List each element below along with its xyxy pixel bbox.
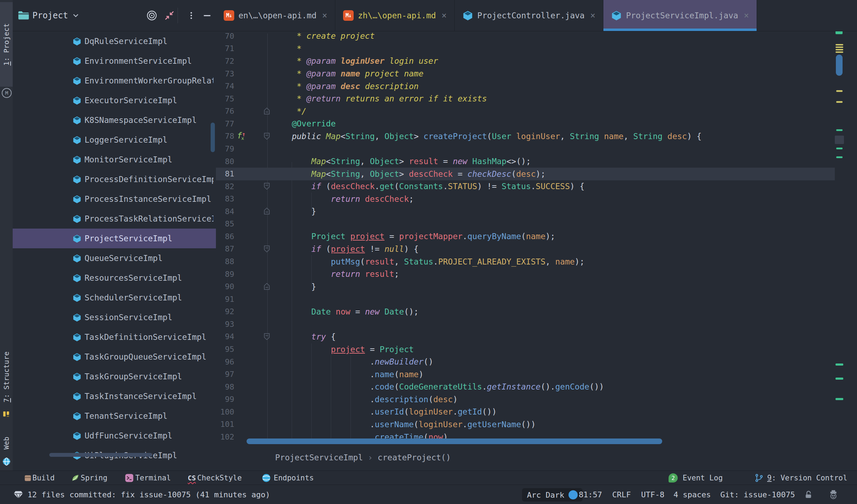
tree-item-ExecutorServiceImpl[interactable]: ExecutorServiceImpl [13, 91, 216, 110]
code-line-71[interactable]: 71 * [216, 42, 846, 55]
code-line-80[interactable]: 80 Map<String, Object> result = new Hash… [216, 155, 846, 168]
error-stripe-mark[interactable] [836, 51, 843, 53]
tree-item-ProcessInstanceServiceImpl[interactable]: ProcessInstanceServiceImpl [13, 189, 216, 209]
tree-item-TenantServiceImpl[interactable]: TenantServiceImpl [13, 406, 216, 426]
tree-item-MonitorServiceImpl[interactable]: MonitorServiceImpl [13, 150, 216, 169]
error-stripe-mark[interactable] [836, 378, 843, 380]
indent-setting[interactable]: 4 spaces [673, 485, 711, 504]
code-line-72[interactable]: 72 * @param loginUser login user [216, 55, 846, 67]
code-line-89[interactable]: 89 return result; [216, 268, 846, 280]
tree-item-EnvironmentServiceImpl[interactable]: EnvironmentServiceImpl [13, 51, 216, 71]
breadcrumb-class[interactable]: ProjectServiceImpl [275, 453, 363, 462]
tree-item-TaskGroupServiceImpl[interactable]: TaskGroupServiceImpl [13, 367, 216, 386]
code-line-99[interactable]: 99 .description(desc) [216, 393, 846, 406]
code-line-86[interactable]: 86 Project project = projectMapper.query… [216, 230, 846, 243]
code-line-75[interactable]: 75 * @return returns an error if it exis… [216, 92, 846, 105]
unlock-icon[interactable] [804, 485, 813, 504]
code-line-70[interactable]: 70 * create project [216, 30, 846, 42]
chevron-down-icon[interactable] [73, 14, 79, 17]
tree-item-SessionServiceImpl[interactable]: SessionServiceImpl [13, 307, 216, 327]
tree-item-QueueServiceImpl[interactable]: QueueServiceImpl [13, 248, 216, 268]
file-encoding[interactable]: UTF-8 [641, 485, 664, 504]
tree-item-ProjectServiceImpl[interactable]: ProjectServiceImpl [13, 229, 216, 248]
code-line-78[interactable]: 78f↑x public Map<String, Object> createP… [216, 130, 846, 143]
code-line-94[interactable]: 94 try { [216, 330, 846, 343]
code-line-96[interactable]: 96 .newBuilder() [216, 355, 846, 368]
commit-status-message[interactable]: 12 files committed: fix issue-10075 (41 … [27, 485, 270, 504]
error-stripe-mark[interactable] [836, 129, 843, 131]
sidebar-tab-web[interactable]: Web [0, 432, 13, 454]
code-line-88[interactable]: 88 putMsg(result, Status.PROJECT_ALREADY… [216, 255, 846, 268]
code-line-87[interactable]: 87 if (project != null) { [216, 243, 846, 255]
toolbar-spring[interactable]: Spring [71, 471, 107, 485]
toolbar-version-control[interactable]: 9: Version Control [754, 471, 847, 485]
error-stripe-mark[interactable] [836, 101, 843, 103]
tree-item-TaskGroupQueueServiceImpl[interactable]: TaskGroupQueueServiceImpl [13, 347, 216, 367]
tree-item-ResourcesServiceImpl[interactable]: ResourcesServiceImpl [13, 268, 216, 288]
git-branch-widget[interactable]: Git: issue-10075 [720, 485, 795, 504]
code-line-85[interactable]: 85 [216, 218, 846, 230]
code-line-91[interactable]: 91 [216, 293, 846, 305]
more-options-kebab-icon[interactable] [187, 11, 196, 20]
code-line-92[interactable]: 92 Date now = new Date(); [216, 305, 846, 318]
code-viewport[interactable]: 70 * create project71 *72 * @param login… [216, 0, 857, 444]
code-line-74[interactable]: 74 * @param desc description [216, 80, 846, 93]
toolbar-build[interactable]: Build [23, 471, 55, 485]
code-line-83[interactable]: 83 return descCheck; [216, 193, 846, 205]
error-stripe-mark[interactable] [836, 398, 843, 400]
fold-marker-icon[interactable] [263, 132, 270, 141]
code-line-90[interactable]: 90 } [216, 280, 846, 293]
theme-switcher[interactable]: Arc Dark [522, 488, 583, 502]
error-stripe-mark[interactable] [835, 136, 844, 144]
tree-view-title[interactable]: Project [32, 11, 68, 20]
toolbar-checkstyle[interactable]: CSCheckStyle [188, 471, 242, 485]
close-icon[interactable]: × [322, 11, 327, 20]
editor-tab-2[interactable]: ProjectController.java× [455, 0, 603, 31]
code-line-100[interactable]: 100 .userId(loginUser.getId()) [216, 405, 846, 418]
tree-item-TaskInstanceServiceImpl[interactable]: TaskInstanceServiceImpl [13, 386, 216, 406]
error-stripe-mark[interactable] [836, 156, 843, 158]
fold-marker-icon[interactable] [263, 245, 270, 254]
tree-item-K8SNamespaceServiceImpl[interactable]: K8SNamespaceServiceImpl [13, 110, 216, 130]
code-line-97[interactable]: 97 .name(name) [216, 368, 846, 381]
locate-target-icon[interactable] [147, 10, 157, 21]
editor-horizontal-scrollbar[interactable] [247, 438, 662, 444]
fold-marker-icon[interactable] [263, 182, 270, 191]
error-stripe-mark[interactable] [836, 148, 843, 149]
error-stripe-mark[interactable] [836, 363, 843, 366]
breadcrumb-method[interactable]: createProject() [378, 453, 451, 462]
editor-tab-1[interactable]: M↓zh\…\open-api.md× [335, 0, 455, 31]
web-globe-icon[interactable] [2, 457, 11, 467]
fold-marker-icon[interactable] [263, 107, 270, 116]
ide-face-icon[interactable] [828, 485, 838, 504]
m-circle-icon[interactable]: M [2, 88, 12, 98]
fold-marker-icon[interactable] [263, 283, 270, 292]
tree-horizontal-scrollbar[interactable] [49, 453, 152, 457]
code-line-76[interactable]: 76 */ [216, 105, 846, 118]
code-line-82[interactable]: 82 if (descCheck.get(Constants.STATUS) !… [216, 180, 846, 193]
hide-panel-minus-icon[interactable] [202, 11, 212, 20]
close-icon[interactable]: × [744, 11, 749, 20]
code-line-84[interactable]: 84 } [216, 205, 846, 218]
code-line-73[interactable]: 73 * @param name project name [216, 67, 846, 80]
tree-vertical-scrollbar[interactable] [211, 123, 215, 152]
error-stripe-mark[interactable] [836, 44, 843, 45]
tree-item-ProcessDefinitionServiceImpl[interactable]: ProcessDefinitionServiceImpl [13, 169, 216, 189]
toolbar-event-log[interactable]: 2 Event Log [669, 471, 723, 485]
line-separator[interactable]: CRLF [612, 485, 631, 504]
code-line-101[interactable]: 101 .userName(loginUser.getUserName()) [216, 418, 846, 431]
tree-item-UdfFuncServiceImpl[interactable]: UdfFuncServiceImpl [13, 426, 216, 446]
code-line-79[interactable]: 79 [216, 142, 846, 155]
editor-vertical-scrollbar[interactable] [836, 55, 843, 76]
caret-position[interactable]: 81:57 [579, 485, 602, 504]
tree-item-ProcessTaskRelationServiceImpl[interactable]: ProcessTaskRelationServiceImpl [13, 209, 216, 229]
fold-marker-icon[interactable] [263, 333, 270, 342]
toolbar-endpoints[interactable]: Endpoints [262, 471, 314, 485]
tree-item-EnvironmentWorkerGroupRelationServiceImpl[interactable]: EnvironmentWorkerGroupRelationServiceImp… [13, 71, 216, 91]
error-stripe-mark[interactable] [836, 46, 843, 48]
sidebar-tab-structure[interactable]: 7: Structure [0, 345, 13, 409]
overrides-method-icon[interactable]: f↑x [237, 131, 248, 140]
code-line-95[interactable]: 95 project = Project [216, 343, 846, 356]
editor-tab-0[interactable]: M↓en\…\open-api.md× [216, 0, 335, 31]
code-line-81[interactable]: 81 Map<String, Object> descCheck = check… [216, 168, 835, 180]
